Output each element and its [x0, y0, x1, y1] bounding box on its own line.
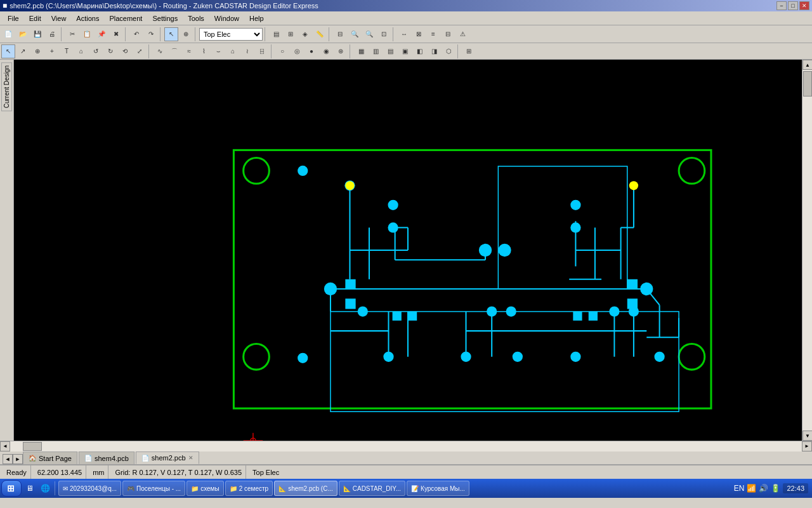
- route-tool7[interactable]: ≀: [240, 44, 254, 58]
- route-tool2[interactable]: ⌒: [167, 44, 181, 58]
- snap-btn[interactable]: ◈: [298, 27, 312, 41]
- taskbar-item-folder1[interactable]: 📁 схемы: [187, 481, 224, 496]
- tool8[interactable]: ↻: [103, 44, 117, 58]
- clock[interactable]: 22:43: [783, 483, 808, 493]
- menu-tools[interactable]: Tools: [183, 13, 209, 23]
- tool10[interactable]: ⤢: [133, 44, 147, 58]
- close-button[interactable]: ✕: [799, 1, 809, 10]
- tray-battery[interactable]: 🔋: [771, 484, 780, 493]
- menu-help[interactable]: Help: [244, 13, 269, 23]
- copy-button[interactable]: 📋: [80, 27, 94, 41]
- menu-file[interactable]: File: [3, 13, 24, 23]
- delete-button[interactable]: ✖: [109, 27, 123, 41]
- cut-button[interactable]: ✂: [65, 27, 79, 41]
- copper-tool2[interactable]: ▥: [369, 44, 383, 58]
- redo-button[interactable]: ↷: [144, 27, 158, 41]
- route-tool3[interactable]: ≈: [182, 44, 196, 58]
- bottom-scroll-area[interactable]: ◄ ►: [0, 441, 812, 451]
- layer-dropdown[interactable]: Top Elec Bot Elec Ground Power: [199, 28, 263, 41]
- route-tool6[interactable]: ⌂: [226, 44, 240, 58]
- tool3[interactable]: ⊕: [30, 44, 44, 58]
- taskbar-item-email[interactable]: ✉ 202932043@q...: [58, 481, 121, 496]
- menu-placement[interactable]: Placement: [104, 13, 147, 23]
- board-btn[interactable]: ▤: [269, 27, 283, 41]
- undo-button[interactable]: ↶: [129, 27, 143, 41]
- quicklaunch-icon2[interactable]: 🌐: [38, 481, 52, 495]
- tool7[interactable]: ↺: [89, 44, 103, 58]
- copper-tool4[interactable]: ▣: [398, 44, 412, 58]
- minimize-button[interactable]: −: [776, 1, 787, 10]
- route-select2[interactable]: ↗: [16, 44, 30, 58]
- via-tool4[interactable]: ◉: [319, 44, 333, 58]
- tool9[interactable]: ⟲: [118, 44, 132, 58]
- tool4[interactable]: +: [45, 44, 59, 58]
- copper-tool7[interactable]: ⬡: [442, 44, 455, 58]
- menu-edit[interactable]: Edit: [24, 13, 46, 23]
- tray-network[interactable]: 📶: [747, 484, 756, 493]
- zoom-in[interactable]: 🔍: [348, 27, 362, 41]
- scroll-thumb-h[interactable]: [23, 442, 42, 451]
- copper-tool5[interactable]: ◧: [412, 44, 426, 58]
- scroll-thumb-v[interactable]: [803, 71, 812, 97]
- taskbar-item-folder2[interactable]: 📁 2 семестр: [225, 481, 273, 496]
- tab-nav-right[interactable]: ►: [13, 454, 23, 464]
- tray-lang[interactable]: EN: [734, 484, 745, 493]
- via-tool5[interactable]: ⊛: [334, 44, 348, 58]
- route-tool1[interactable]: ∿: [153, 44, 167, 58]
- ruler-btn[interactable]: 📏: [313, 27, 327, 41]
- scroll-right-button[interactable]: ►: [802, 441, 812, 451]
- taskbar-item-cadstar[interactable]: 📐 CADSTAR_DIY...: [339, 481, 405, 496]
- current-design-label[interactable]: Current Design: [1, 62, 12, 111]
- grid-btn[interactable]: ⊞: [284, 27, 298, 41]
- print-button[interactable]: 🖨: [45, 27, 59, 41]
- tool6[interactable]: ⌂: [74, 44, 88, 58]
- menu-view[interactable]: View: [46, 13, 72, 23]
- copper-tool3[interactable]: ▤: [383, 44, 397, 58]
- copper-tool1[interactable]: ▦: [354, 44, 368, 58]
- select-button[interactable]: ↖: [164, 27, 178, 41]
- zoom-fit[interactable]: ⊟: [333, 27, 347, 41]
- route-btn4[interactable]: ⊟: [441, 27, 455, 41]
- canvas-area[interactable]: [14, 60, 802, 441]
- tab-shem2-close[interactable]: ✕: [188, 455, 193, 461]
- scroll-track-v[interactable]: [802, 70, 812, 431]
- pcb-canvas[interactable]: [14, 60, 802, 441]
- tab-shem2[interactable]: 📄 shem2.pcb ✕: [136, 451, 199, 464]
- tab-start-page[interactable]: 🏠 Start Page: [23, 451, 77, 464]
- taskbar-item-game[interactable]: 🎮 Поселенцы - ...: [122, 481, 185, 496]
- tray-sound[interactable]: 🔊: [759, 484, 768, 493]
- drc-btn[interactable]: ⚠: [455, 27, 469, 41]
- paste-button[interactable]: 📌: [95, 27, 108, 41]
- titlebar-controls[interactable]: − □ ✕: [776, 1, 809, 10]
- via-tool2[interactable]: ◎: [290, 44, 304, 58]
- route-tool4[interactable]: ⌇: [197, 44, 211, 58]
- open-button[interactable]: 📂: [16, 27, 30, 41]
- tab-shem4[interactable]: 📄 shem4.pcb: [79, 451, 134, 464]
- via-tool1[interactable]: ○: [275, 44, 289, 58]
- taskbar-item-shem2[interactable]: 📐 shem2.pcb (С...: [274, 481, 337, 496]
- scroll-up-button[interactable]: ▲: [802, 60, 812, 70]
- scroll-down-button[interactable]: ▼: [802, 431, 812, 441]
- route-btn2[interactable]: ⊠: [412, 27, 426, 41]
- menu-actions[interactable]: Actions: [71, 13, 104, 23]
- tool5[interactable]: T: [60, 44, 74, 58]
- taskbar-item-doc[interactable]: 📝 Курсовая Мы...: [407, 481, 469, 496]
- right-scrollbar[interactable]: ▲ ▼: [802, 60, 812, 441]
- save-button[interactable]: 💾: [30, 27, 44, 41]
- scroll-track-h[interactable]: [10, 441, 802, 451]
- maximize-button[interactable]: □: [788, 1, 798, 10]
- zoom-area[interactable]: ⊡: [377, 27, 391, 41]
- new-button[interactable]: 📄: [1, 27, 15, 41]
- route-tool5[interactable]: ⌣: [211, 44, 225, 58]
- zoom-out[interactable]: 🔍: [362, 27, 376, 41]
- copper-tool6[interactable]: ◨: [427, 44, 441, 58]
- tab-nav-left[interactable]: ◄: [3, 454, 13, 464]
- route-tool8[interactable]: ⌸: [255, 44, 269, 58]
- select-tool[interactable]: ↖: [1, 44, 15, 58]
- route-btn3[interactable]: ≡: [426, 27, 440, 41]
- route-btn1[interactable]: ↔: [397, 27, 411, 41]
- scroll-left-button[interactable]: ◄: [0, 441, 10, 451]
- misc-tool1[interactable]: ⊞: [462, 44, 476, 58]
- start-button[interactable]: ⊞: [1, 480, 22, 497]
- menu-window[interactable]: Window: [209, 13, 244, 23]
